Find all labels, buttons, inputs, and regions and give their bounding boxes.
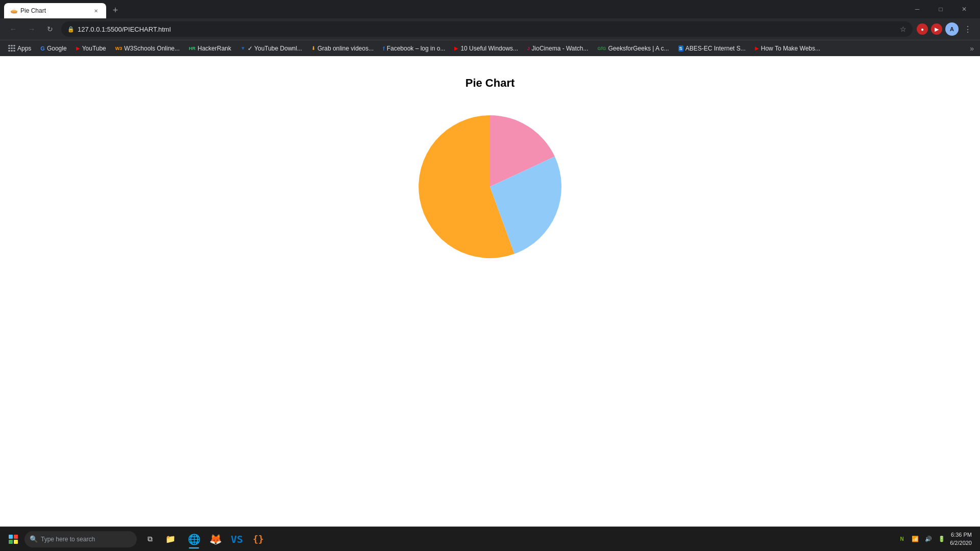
browser-window: 🥧 Pie Chart ✕ + ─ □ ✕ ← → ↻ 🔒 127.0.0.1:… <box>0 0 980 551</box>
bookmark-apps[interactable]: Apps <box>4 43 35 54</box>
window-controls: ─ □ ✕ <box>905 0 976 18</box>
abes-favicon: S <box>678 45 683 52</box>
taskbar-search[interactable]: 🔍 Type here to search <box>24 531 137 547</box>
clock-time: 6:36 PM <box>950 531 972 539</box>
bookmark-youtube-label: YouTube <box>82 45 106 52</box>
volume-tray-icon[interactable]: 🔊 <box>923 534 934 544</box>
battery-tray-icon[interactable]: 🔋 <box>937 534 947 544</box>
ytdl-favicon: ▼ <box>240 45 246 51</box>
profile-button[interactable]: A <box>945 22 959 36</box>
youtube-favicon: ▶ <box>76 45 80 51</box>
bookmark-grab[interactable]: ⬇ Grab online videos... <box>307 43 378 54</box>
firefox-icon: 🦊 <box>209 533 222 545</box>
search-icon: 🔍 <box>30 535 38 543</box>
bookmark-w3schools[interactable]: W3 W3Schools Online... <box>111 43 184 54</box>
vscode-icon: VS <box>231 533 243 545</box>
taskbar-icons: ⧉ 📁 <box>141 530 180 548</box>
firefox-taskbar-app[interactable]: 🦊 <box>205 529 226 549</box>
vscode-taskbar-app[interactable]: VS <box>227 529 247 549</box>
taskbar: 🔍 Type here to search ⧉ 📁 🌐 🦊 VS {} N 📶 … <box>0 527 980 551</box>
tab-favicon: 🥧 <box>10 7 17 14</box>
forward-button[interactable]: → <box>24 22 39 36</box>
clock-date: 6/2/2020 <box>950 539 972 547</box>
bookmark-abes-label: ABES-EC Internet S... <box>685 45 746 52</box>
pie-chart-svg <box>408 105 572 268</box>
clock[interactable]: 6:36 PM 6/2/2020 <box>950 531 972 547</box>
reload-button[interactable]: ↻ <box>43 22 57 36</box>
bookmark-windows-label: 10 Useful Windows... <box>460 45 518 52</box>
brackets-taskbar-app[interactable]: {} <box>248 529 268 549</box>
bookmark-apps-label: Apps <box>17 45 31 52</box>
pie-chart <box>408 105 572 268</box>
bookmark-ytdl[interactable]: ▼ ✓ YouTube Downl... <box>236 43 306 54</box>
chrome-taskbar-app[interactable]: 🌐 <box>184 529 204 549</box>
title-bar: 🥧 Pie Chart ✕ + ─ □ ✕ <box>0 0 980 18</box>
bookmark-hackerrank-label: HackerRank <box>198 45 231 52</box>
bookmark-how[interactable]: ▶ How To Make Webs... <box>751 43 824 54</box>
bookmark-jiocinema[interactable]: J JioCinema - Watch... <box>523 43 592 54</box>
bookmarks-bar: Apps G Google ▶ YouTube W3 W3Schools Onl… <box>0 40 980 56</box>
start-button[interactable] <box>4 530 22 548</box>
lock-icon: 🔒 <box>67 26 75 33</box>
bookmark-abes[interactable]: S ABES-EC Internet S... <box>674 43 750 54</box>
tab-title: Pie Chart <box>20 7 89 14</box>
bookmark-star-icon[interactable]: ☆ <box>900 25 906 33</box>
jio-favicon: J <box>527 46 530 51</box>
bookmark-gfg-label: GeeksforGeeks | A c... <box>608 45 669 52</box>
chrome-icon: 🌐 <box>188 533 201 545</box>
apps-icon <box>8 45 15 52</box>
hackerrank-favicon: HR <box>189 46 195 51</box>
system-tray: N 📶 🔊 🔋 6:36 PM 6/2/2020 <box>897 531 976 547</box>
windows-favicon: ▶ <box>454 45 458 51</box>
grab-favicon: ⬇ <box>311 45 315 51</box>
extension-icon-red2[interactable]: ▶ <box>931 23 942 35</box>
facebook-favicon: f <box>383 45 385 52</box>
bookmark-youtube[interactable]: ▶ YouTube <box>72 43 110 54</box>
bookmark-google-label: Google <box>47 45 67 52</box>
taskbar-apps: 🌐 🦊 VS {} <box>184 529 268 549</box>
w3-favicon: W3 <box>115 46 122 51</box>
bookmark-grab-label: Grab online videos... <box>317 45 374 52</box>
bookmarks-more-button[interactable]: » <box>968 42 976 55</box>
new-tab-button[interactable]: + <box>108 3 122 17</box>
maximize-button[interactable]: □ <box>929 0 952 18</box>
extension-icon-red[interactable]: ● <box>917 23 928 35</box>
bookmark-how-label: How To Make Webs... <box>761 45 820 52</box>
bookmark-jio-label: JioCinema - Watch... <box>532 45 589 52</box>
network-tray-icon[interactable]: 📶 <box>910 534 920 544</box>
task-view-button[interactable]: ⧉ <box>141 530 159 548</box>
page-content: Pie Chart <box>0 56 980 527</box>
bookmark-ytdl-label: ✓ YouTube Downl... <box>248 45 302 52</box>
bookmark-hackerrank[interactable]: HR HackerRank <box>185 43 235 54</box>
tab-close-button[interactable]: ✕ <box>92 7 100 15</box>
bookmark-google[interactable]: G Google <box>36 43 70 54</box>
tab-strip: 🥧 Pie Chart ✕ + <box>4 0 905 18</box>
gfg-favicon: GfG <box>598 46 606 51</box>
url-bar[interactable]: 🔒 127.0.0.1:5500/PIECHART.html ☆ <box>61 21 913 37</box>
bookmark-facebook-label: Facebook – log in o... <box>387 45 446 52</box>
close-button[interactable]: ✕ <box>952 0 976 18</box>
profile-area: ● ▶ A ⋮ <box>917 22 974 36</box>
google-favicon: G <box>40 45 45 52</box>
active-tab[interactable]: 🥧 Pie Chart ✕ <box>4 3 106 18</box>
page-title: Pie Chart <box>465 77 515 90</box>
how-favicon: ▶ <box>755 45 759 51</box>
bookmark-windows[interactable]: ▶ 10 Useful Windows... <box>450 43 522 54</box>
bookmark-w3-label: W3Schools Online... <box>124 45 180 52</box>
address-bar: ← → ↻ 🔒 127.0.0.1:5500/PIECHART.html ☆ ●… <box>0 18 980 40</box>
windows-logo <box>9 535 18 544</box>
bookmark-gfg[interactable]: GfG GeeksforGeeks | A c... <box>594 43 673 54</box>
menu-button[interactable]: ⋮ <box>962 22 974 36</box>
minimize-button[interactable]: ─ <box>905 0 929 18</box>
bookmark-facebook[interactable]: f Facebook – log in o... <box>379 43 449 54</box>
back-button[interactable]: ← <box>6 22 20 36</box>
search-placeholder: Type here to search <box>41 536 95 543</box>
url-text: 127.0.0.1:5500/PIECHART.html <box>78 26 897 33</box>
file-explorer-button[interactable]: 📁 <box>161 530 180 548</box>
nvidia-tray-icon[interactable]: N <box>897 534 907 544</box>
brackets-icon: {} <box>253 534 264 544</box>
